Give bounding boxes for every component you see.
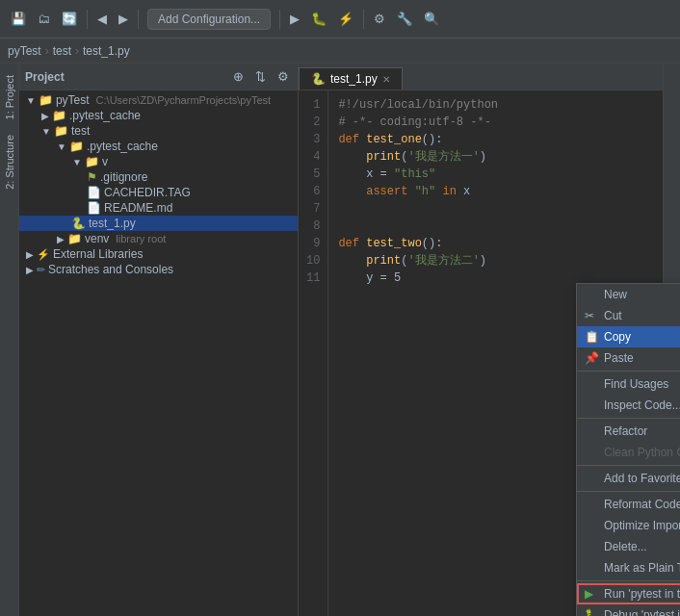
toolbar-sep-4 — [363, 10, 364, 29]
menu-label-inspect: Inspect Code... — [604, 398, 680, 412]
toolbar-back-btn[interactable]: ◀ — [92, 9, 112, 29]
side-tab-project[interactable]: 1: Project — [2, 67, 17, 127]
menu-label-refactor: Refactor — [604, 424, 647, 438]
menu-item-delete[interactable]: Delete... Delete — [577, 536, 680, 557]
menu-item-mark-plain[interactable]: Mark as Plain Text — [577, 557, 680, 578]
arrow-icon: ▼ — [26, 95, 36, 106]
code-editor[interactable]: #!/usr/local/bin/python # -*- coding:utf… — [328, 90, 508, 616]
menu-sep-3 — [577, 465, 680, 466]
menu-item-cut[interactable]: ✂ Cut Ctrl+X — [577, 305, 680, 326]
menu-label-delete: Delete... — [604, 540, 647, 553]
breadcrumb-part-2[interactable]: test — [53, 44, 71, 58]
tree-item-test[interactable]: ▼ 📁 test — [19, 123, 298, 139]
breadcrumb-sep-1: › — [45, 44, 49, 58]
toolbar-tools-btn[interactable]: 🔧 — [392, 9, 417, 29]
editor-area: 🐍 test_1.py ✕ 1234 5678 91011 #!/usr/loc… — [299, 64, 663, 616]
toolbar-debug-btn[interactable]: 🐛 — [306, 9, 331, 29]
readme-icon: 📄 — [87, 201, 101, 215]
menu-item-debug[interactable]: 🐛 Debug 'pytest in test_1.py' — [577, 604, 680, 616]
tree-label-ext-libs: External Libraries — [53, 247, 143, 261]
menu-item-reformat[interactable]: Reformat Code Ctrl+Alt+L — [577, 494, 680, 515]
tab-close-btn[interactable]: ✕ — [382, 74, 390, 85]
menu-sep-5 — [577, 580, 680, 581]
gitignore-icon: ⚑ — [87, 170, 97, 184]
tree-label-v: v — [102, 155, 108, 168]
arrow-icon-3: ▼ — [41, 126, 51, 137]
panel-header: Project ⊕ ⇅ ⚙ — [19, 64, 298, 90]
panel-expand-btn[interactable]: ⇅ — [252, 68, 269, 85]
arrow-icon-6: ▶ — [57, 234, 65, 244]
menu-item-paste[interactable]: 📌 Paste Ctrl+V — [577, 347, 680, 369]
menu-label-reformat: Reformat Code — [604, 498, 680, 511]
tree-item-v[interactable]: ▼ 📁 v — [19, 154, 298, 169]
tree-item-cachedir[interactable]: 📄 CACHEDIR.TAG — [19, 185, 298, 200]
menu-item-copy[interactable]: 📋 Copy ▶ — [577, 326, 680, 347]
toolbar-settings-btn[interactable]: ⚙ — [369, 9, 390, 29]
menu-label-add-fav: Add to Favorites — [604, 472, 680, 485]
menu-item-new[interactable]: New ▶ — [577, 284, 680, 305]
tree-item-pytest-cache-2[interactable]: ▼ 📁 .pytest_cache — [19, 139, 298, 154]
toolbar-coverage-btn[interactable]: ⚡ — [333, 9, 358, 29]
venv-folder-icon: 📁 — [67, 232, 82, 245]
toolbar-refresh-btn[interactable]: 🔄 — [57, 9, 82, 29]
menu-item-refactor[interactable]: Refactor ▶ — [577, 421, 680, 442]
menu-item-inspect[interactable]: Inspect Code... — [577, 395, 680, 416]
tree-label-test1py: test_1.py — [89, 217, 136, 230]
main-layout: 1: Project 2: Structure Project ⊕ ⇅ ⚙ ▼ … — [0, 64, 680, 616]
tree-item-pytest-cache-1[interactable]: ▶ 📁 .pytest_cache — [19, 108, 298, 123]
breadcrumb-part-1[interactable]: pyTest — [8, 44, 41, 58]
toolbar-sep-1 — [87, 10, 88, 29]
folder-open-icon: 📁 — [39, 93, 53, 107]
side-tab-structure[interactable]: 2: Structure — [2, 127, 17, 197]
tree-item-pytest-root[interactable]: ▼ 📁 pyTest C:\Users\ZD\PycharmProjects\p… — [19, 92, 298, 108]
toolbar-save-btn[interactable]: 💾 — [6, 9, 31, 29]
tree-item-ext-libs[interactable]: ▶ ⚡ External Libraries — [19, 246, 298, 262]
run-config-button[interactable]: Add Configuration... — [147, 9, 271, 30]
menu-item-find-usages[interactable]: Find Usages Alt+F7 — [577, 373, 680, 395]
toolbar-fwd-btn[interactable]: ▶ — [114, 9, 133, 29]
menu-item-run[interactable]: ▶ Run 'pytest in test_1.py' Ctrl+Shift+F… — [577, 583, 680, 604]
breadcrumb: pyTest › test › test_1.py — [0, 38, 680, 64]
copy-icon: 📋 — [585, 330, 599, 344]
arrow-icon-5: ▼ — [72, 157, 82, 167]
menu-item-add-fav[interactable]: Add to Favorites ▶ — [577, 468, 680, 489]
toolbar-sep-2 — [138, 10, 139, 29]
run-icon: ▶ — [585, 587, 593, 601]
tree-item-venv[interactable]: ▶ 📁 venv library root — [19, 231, 298, 246]
tree-label-pytest-cache-1: .pytest_cache — [69, 109, 141, 122]
menu-label-run: Run 'pytest in test_1.py' — [604, 587, 680, 601]
tree-label-test: test — [71, 124, 90, 138]
menu-label-cut: Cut — [604, 309, 622, 322]
toolbar-search-btn[interactable]: 🔍 — [419, 9, 444, 29]
tree-item-readme[interactable]: 📄 README.md — [19, 200, 298, 216]
ext-libs-icon: ⚡ — [37, 248, 50, 261]
tree-item-gitignore[interactable]: ⚑ .gitignore — [19, 169, 298, 185]
folder-closed-icon-1: 📁 — [52, 109, 66, 122]
tree-item-scratches[interactable]: ▶ ✏ Scratches and Consoles — [19, 262, 298, 277]
breadcrumb-part-3[interactable]: test_1.py — [83, 44, 130, 58]
editor-tab-test1py[interactable]: 🐍 test_1.py ✕ — [299, 67, 403, 90]
menu-label-debug: Debug 'pytest in test_1.py' — [604, 608, 680, 616]
toolbar-save2-btn[interactable]: 🗂 — [33, 9, 55, 29]
editor-tabs: 🐍 test_1.py ✕ — [299, 64, 663, 90]
menu-item-optimize[interactable]: Optimize Imports Ctrl+Alt+O — [577, 515, 680, 536]
tree-label-venv: venv — [85, 232, 109, 245]
paste-icon: 📌 — [585, 351, 599, 365]
side-tabs-left: 1: Project 2: Structure — [0, 64, 19, 616]
tree-sublabel-venv: library root — [116, 233, 166, 244]
tree-label-scratches: Scratches and Consoles — [48, 263, 173, 276]
arrow-icon-7: ▶ — [26, 249, 34, 260]
panel-settings-btn[interactable]: ⚙ — [275, 68, 292, 85]
tree-label-gitignore: .gitignore — [100, 170, 147, 184]
folder-open-icon-2: 📁 — [54, 124, 68, 138]
toolbar-run-btn[interactable]: ▶ — [285, 9, 304, 29]
menu-label-find-usages: Find Usages — [604, 377, 668, 391]
debug-icon: 🐛 — [585, 608, 599, 616]
cut-icon: ✂ — [585, 309, 594, 322]
folder-icon-v: 📁 — [85, 155, 99, 168]
panel-scope-btn[interactable]: ⊕ — [230, 68, 247, 85]
line-numbers: 1234 5678 91011 — [299, 90, 328, 616]
tree-item-test1py[interactable]: 🐍 test_1.py — [19, 216, 298, 231]
tree-label-readme: README.md — [104, 201, 172, 215]
menu-label-copy: Copy — [604, 330, 631, 344]
